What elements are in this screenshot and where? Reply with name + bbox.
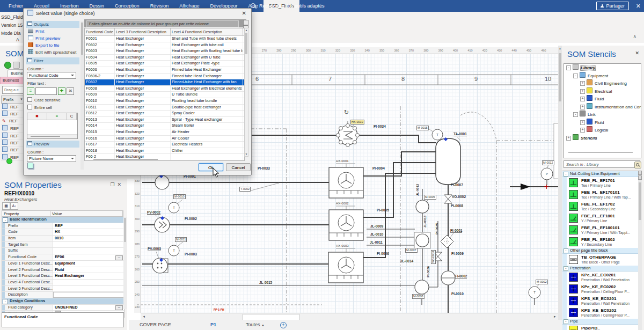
preview-section-header[interactable]: Preview bbox=[26, 141, 79, 148]
group-collapse-icon[interactable]: - bbox=[564, 266, 568, 271]
panel-restore-icon[interactable]: ❐ bbox=[110, 182, 117, 187]
cancel-button[interactable]: Cancel bbox=[226, 163, 251, 171]
table-column-header[interactable]: Functional Code bbox=[85, 28, 115, 35]
outputs-section-header[interactable]: Outputs bbox=[26, 21, 79, 28]
tree-expander-icon[interactable]: - bbox=[566, 65, 571, 70]
collapse-icon[interactable]: - bbox=[3, 217, 8, 223]
table-row[interactable]: F0606Heat ExchangerFinned tube Heat Exch… bbox=[85, 67, 244, 74]
group-collapse-icon[interactable]: - bbox=[564, 172, 568, 177]
dialog-title-bar[interactable]: Select value (single choice) bbox=[24, 9, 251, 18]
panel-close-icon[interactable]: ✕ bbox=[117, 182, 124, 187]
table-row[interactable]: F0603Heat ExchangerHeat Exchanger with f… bbox=[85, 48, 244, 55]
property-value[interactable] bbox=[53, 286, 124, 292]
property-value[interactable]: UNDEFINED... bbox=[53, 305, 124, 311]
property-row[interactable]: Level 1 Functional Desc...Equipment bbox=[2, 261, 124, 267]
stencil-list-scrollbar[interactable] bbox=[638, 171, 642, 330]
table-row[interactable]: F0611Heat ExchangerDouble-pipe heat exch… bbox=[85, 105, 244, 111]
table-column-header[interactable]: Level 3 Functional Description bbox=[115, 28, 171, 35]
tree-item-instrumentation-and-control[interactable]: +Instrumentation and Control bbox=[564, 103, 641, 111]
mini-grid-header[interactable]: ≡ bbox=[47, 113, 67, 120]
tree-expander-icon[interactable]: + bbox=[580, 81, 585, 86]
tree-item-link[interactable]: -Link bbox=[564, 111, 641, 119]
property-row[interactable]: Level 5 Functional Desc... bbox=[2, 286, 124, 292]
property-row[interactable]: Description bbox=[2, 292, 124, 298]
stencil-group-header[interactable]: -Other page title block bbox=[562, 248, 638, 254]
property-row[interactable]: Level 3 Functional Desc...Heat Exchanger bbox=[2, 273, 124, 280]
clear-filter-button[interactable]: ✖ bbox=[67, 87, 74, 95]
mini-grid-header[interactable]: C bbox=[67, 113, 77, 120]
edit-with-spreadsheet-link[interactable]: Edit with spreadsheet bbox=[26, 49, 79, 56]
group-collapse-icon[interactable]: - bbox=[564, 319, 568, 324]
preview-column-dropdown[interactable]: Picture Name bbox=[27, 155, 76, 162]
tree-expander-icon[interactable]: + bbox=[566, 136, 571, 141]
tree-item-library[interactable]: -Library bbox=[564, 64, 641, 72]
property-value[interactable] bbox=[53, 248, 124, 254]
page-tab-all[interactable]: Toutes ▲ bbox=[246, 320, 265, 330]
tree-item-stencils[interactable]: +Stencils bbox=[564, 134, 641, 142]
tree-expander-icon[interactable]: + bbox=[580, 120, 585, 125]
scroll-left-icon[interactable]: ◄ bbox=[142, 315, 145, 318]
table-row[interactable]: F0615Heat ExchangerAir Heater bbox=[85, 129, 244, 136]
stencil-item-PipePID_[interactable]: PipePID_Piping line bbox=[562, 325, 638, 330]
property-value[interactable]: Equipment bbox=[53, 261, 124, 267]
table-row[interactable]: F0605Heat ExchangerHeat Exchanger Plate … bbox=[85, 61, 244, 67]
filter-section-header[interactable]: Filter bbox=[26, 57, 79, 64]
case-sensitive-checkbox[interactable] bbox=[27, 97, 32, 102]
scroll-up-icon[interactable]: ▲ bbox=[559, 47, 561, 50]
property-row[interactable]: Level 2 Functional Desc...Fluid bbox=[2, 267, 124, 274]
ellipsis-button[interactable]: ... bbox=[115, 255, 123, 260]
table-row[interactable]: F0601Heat ExchangerShell and Tube with f… bbox=[85, 36, 244, 42]
properties-scrollbar[interactable] bbox=[123, 217, 127, 309]
property-value[interactable]: Heat Exchanger bbox=[53, 273, 124, 279]
stencil-group-header[interactable]: -Not-Cutting Line-Equipment bbox=[562, 171, 638, 177]
value-column-header[interactable]: Value bbox=[50, 211, 123, 216]
table-row[interactable]: F0614Heat ExchangerSteam Boiler bbox=[85, 123, 244, 129]
table-row[interactable]: F0616Heat ExchangerAir Cooler bbox=[85, 136, 244, 142]
table-scrollbar[interactable]: ▲▼ bbox=[244, 28, 248, 157]
table-row[interactable]: F0612Heat ExchangerSpray Cooler bbox=[85, 111, 244, 117]
dialog-close-icon[interactable]: ✕ bbox=[242, 10, 246, 16]
som-column-header-prefix[interactable]: Prefix▼ bbox=[1, 96, 25, 104]
canvas-vertical-scrollbar[interactable]: ▲ ▼ bbox=[558, 46, 562, 330]
tree-expander-icon[interactable]: + bbox=[580, 105, 585, 109]
property-section-row[interactable]: -Design Conditions bbox=[2, 298, 124, 305]
stencil-item-KPS_KE_EC0202[interactable]: KPS_KE_EC0202Penetration / Ceiling/Floor… bbox=[562, 307, 638, 319]
filter-operator-button[interactable]: ≡ bbox=[27, 87, 34, 95]
property-column-header[interactable]: Property bbox=[2, 211, 50, 216]
table-row[interactable]: F0618Heat ExchangerChiller bbox=[85, 148, 244, 155]
stencil-group-header[interactable]: -Pipe bbox=[562, 319, 638, 325]
tree-expander-icon[interactable]: + bbox=[580, 89, 585, 94]
stencil-item-FBE_FL_EF1801[interactable]: FBE_FL_EF1801Y / Primary Line bbox=[562, 212, 638, 224]
table-row[interactable]: F0617Heat ExchangerElectrical Heaters bbox=[85, 142, 244, 148]
page-tab-cover[interactable]: COVER PAGE bbox=[140, 320, 171, 330]
tree-expander-icon[interactable]: - bbox=[573, 74, 578, 78]
stencil-search-icon[interactable] bbox=[634, 162, 641, 168]
table-row[interactable]: F0608Heat ExchangerHeat Exchanger with E… bbox=[85, 86, 244, 92]
property-section-row[interactable]: -Basic Identification bbox=[2, 217, 124, 223]
list-view-icon[interactable] bbox=[638, 171, 642, 175]
group-collapse-icon[interactable]: - bbox=[564, 248, 568, 253]
ok-button[interactable]: Ok bbox=[199, 163, 223, 171]
property-row[interactable]: Level 4 Functional Desc... bbox=[2, 280, 124, 286]
print-preview-link[interactable]: Print preview bbox=[26, 35, 79, 42]
table-row[interactable]: F0613Heat ExchangerSpiral - Type Heat ex… bbox=[85, 117, 244, 123]
sidebar-scrollbar[interactable] bbox=[80, 21, 84, 170]
property-row[interactable]: Fluid categoryUNDEFINED... bbox=[2, 305, 124, 311]
stencil-search-input[interactable]: Search in : Library bbox=[564, 160, 640, 168]
page-tab-p1[interactable]: P1 bbox=[210, 320, 216, 330]
tree-item-civil-engineering[interactable]: +Civil Engineering bbox=[564, 79, 641, 87]
stencil-group-header[interactable]: -Penetration bbox=[562, 266, 638, 272]
window-close-icon[interactable]: ✕ bbox=[636, 0, 641, 12]
mini-grid-header[interactable]: ✖ bbox=[27, 113, 47, 120]
property-row[interactable]: PrefixREF bbox=[2, 223, 124, 230]
tree-item-logical[interactable]: +Logical bbox=[564, 126, 641, 134]
stencil-item-FBE_FL_EF180101[interactable]: FBE_FL_EF180101Y / Primary Line / With T… bbox=[562, 224, 638, 236]
sort-az-icon[interactable]: A↓ bbox=[10, 202, 18, 210]
property-row[interactable]: Suffix bbox=[2, 248, 124, 254]
property-row[interactable]: Target Item bbox=[2, 242, 124, 248]
table-row[interactable]: F0610Heat ExchangerFloating head tube bu… bbox=[85, 98, 244, 105]
stencils-close-icon[interactable]: ✕ bbox=[635, 50, 639, 56]
tree-hscrollbar[interactable] bbox=[568, 152, 633, 153]
stencil-item-KPS_KE_EC0201[interactable]: KPS_KE_EC0201Penetration / Wall Penetrat… bbox=[562, 295, 638, 307]
table-row[interactable]: F0602Heat ExchangerHeat Exchanger with t… bbox=[85, 42, 244, 49]
